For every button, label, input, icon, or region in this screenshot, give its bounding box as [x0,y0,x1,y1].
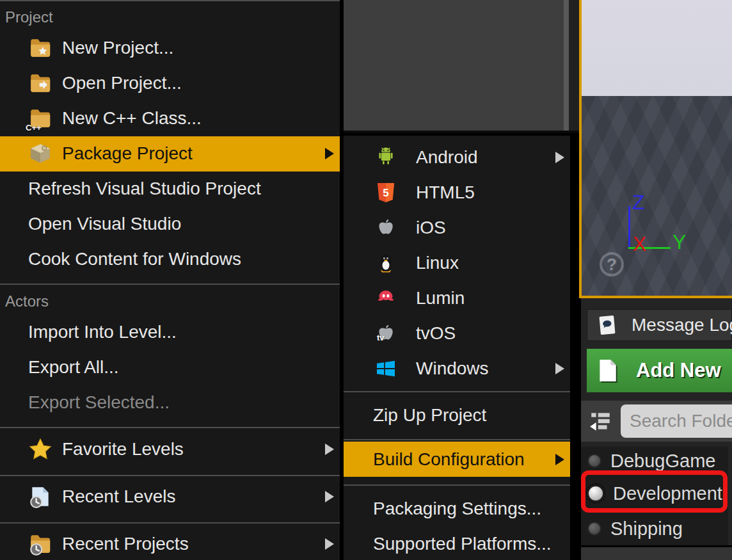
search-folders-input[interactable] [621,404,732,438]
message-log-item[interactable]: Message Log [587,309,732,341]
radio-icon[interactable] [587,454,601,468]
submenu-item-label: tvOS [416,323,456,344]
menu-item-label: Favorite Levels [62,439,184,460]
submenu-item-label: Linux [416,253,459,273]
add-new-button[interactable]: Add New [587,349,732,392]
menu-item-recent-levels[interactable]: Recent Levels [0,479,340,515]
apple-icon [374,216,397,239]
menu-item-package-project[interactable]: Package Project [0,136,340,172]
menu-item-label: New C++ Class... [62,108,202,129]
help-icon[interactable]: ? [600,252,624,276]
android-icon [374,146,397,169]
cpp-glyph: C++ [26,123,42,132]
submenu-item-android[interactable]: Android [344,140,570,175]
submenu-arrow-icon [555,152,564,163]
menu-item-refresh-visual-studio-project[interactable]: Refresh Visual Studio Project [0,172,340,207]
lumin-icon [374,287,397,310]
menu-item-label: Export Selected... [28,392,170,413]
menu-section-header-actors: Actors [0,285,340,315]
radio-label: DebugGame [610,451,715,472]
package-box-icon [28,141,52,166]
menu-item-open-visual-studio[interactable]: Open Visual Studio [0,207,340,242]
file-menu: Project New Project... Open Project... C… [0,0,340,560]
search-row [581,401,732,442]
submenu-item-build-configuration[interactable]: Build Configuration [344,442,570,477]
submenu-item-html5[interactable]: 5 HTML5 [344,175,570,210]
message-log-icon [596,314,618,336]
submenu-item-supported-platforms[interactable]: Supported Platforms... [344,526,570,560]
scrollbar-thumb[interactable] [564,0,569,131]
submenu-item-packaging-settings[interactable]: Packaging Settings... [344,491,570,526]
sources-panel-toggle-icon[interactable] [589,409,613,433]
unreal-editor-screen: Project New Project... Open Project... C… [0,0,732,560]
menu-separator [0,522,340,524]
open-project-folder-icon [28,71,52,95]
radio-option-shipping[interactable]: Shipping [581,512,728,545]
recent-project-icon [28,532,52,556]
right-panel: Message Log Add New DebugGame Developmen… [579,298,732,560]
scrollbar-track [569,0,579,131]
viewport-sky [582,0,732,96]
menu-item-label: Recent Levels [62,486,175,507]
submenu-separator [344,439,570,440]
submenu-arrow-icon [325,444,334,455]
recent-level-icon [28,484,52,509]
menu-item-open-project[interactable]: Open Project... [0,66,340,101]
axis-z-label: Z [632,192,645,212]
submenu-item-tvos[interactable]: tv tvOS [344,316,570,351]
submenu-item-label: Zip Up Project [373,405,486,426]
menu-item-label: Open Project... [62,73,182,93]
add-new-label: Add New [636,359,721,382]
submenu-item-label: Windows [416,358,489,379]
submenu-arrow-icon [555,363,564,374]
new-project-folder-icon [28,36,52,60]
menu-section-header-project: Project [0,1,340,31]
editor-blank-panel [344,0,579,133]
menu-item-label: Cook Content for Windows [28,249,241,269]
submenu-item-label: Android [416,147,478,168]
submenu-item-linux[interactable]: Linux [344,245,570,280]
html5-icon: 5 [374,181,397,204]
submenu-item-label: HTML5 [416,182,475,203]
radio-option-debuggame[interactable]: DebugGame [581,447,728,475]
menu-item-import-into-level[interactable]: Import Into Level... [0,315,340,350]
axis-y-label: Y [672,232,686,252]
menu-item-new-cpp-class[interactable]: C++ New C++ Class... [0,101,340,136]
menu-separator [0,427,340,428]
linux-tux-icon [374,252,397,275]
submenu-separator [344,391,570,392]
submenu-item-label: iOS [416,218,446,238]
message-log-label: Message Log [632,315,732,335]
radio-icon[interactable] [587,522,601,536]
radio-option-development[interactable]: Development [581,475,728,512]
menu-item-new-project[interactable]: New Project... [0,31,340,66]
svg-text:5: 5 [383,187,388,199]
build-configuration-options: DebugGame Development Shipping [581,447,728,545]
submenu-arrow-icon [325,491,334,502]
radio-label: Shipping [610,518,683,540]
menu-item-cook-content-for-windows[interactable]: Cook Content for Windows [0,242,340,277]
submenu-item-ios[interactable]: iOS [344,210,570,245]
menu-item-favorite-levels[interactable]: Favorite Levels [0,432,340,467]
axis-x-label: X [633,234,646,254]
tvos-icon: tv [374,322,397,345]
menu-item-export-all[interactable]: Export All... [0,350,340,385]
submenu-item-zip-up-project[interactable]: Zip Up Project [344,397,570,433]
panel-bottom-bar [581,547,732,560]
tv-glyph: tv [377,333,385,342]
submenu-item-label: Packaging Settings... [373,499,541,519]
cpp-class-folder-icon: C++ [28,106,52,131]
level-viewport[interactable]: Z X Y ? [579,0,732,296]
menu-item-recent-projects[interactable]: Recent Projects [0,527,340,560]
radio-label: Development [613,483,722,504]
windows-icon [374,357,397,380]
submenu-arrow-icon [555,454,564,465]
submenu-item-label: Lumin [416,288,465,308]
favorite-star-icon [28,437,52,461]
menu-item-label: Recent Projects [62,534,189,554]
submenu-separator [344,484,570,486]
menu-item-label: Package Project [62,143,193,164]
submenu-item-lumin[interactable]: Lumin [344,280,570,316]
submenu-item-windows[interactable]: Windows [344,351,570,386]
radio-selected-icon[interactable] [587,485,604,502]
